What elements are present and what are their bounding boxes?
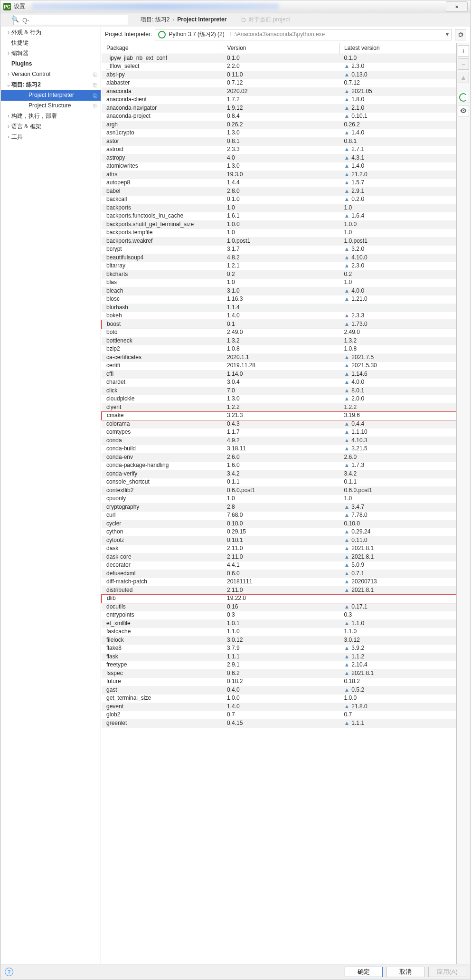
packages-table[interactable]: Package Version Latest version _ipyw_jla… bbox=[101, 43, 456, 728]
table-row[interactable]: gast0.4.0▲0.5.2 bbox=[102, 686, 456, 695]
remove-package-button[interactable]: − bbox=[458, 58, 469, 70]
table-row[interactable]: cryptography2.8▲3.4.7 bbox=[102, 503, 456, 512]
table-row[interactable]: et_xmlfile1.0.1▲1.1.0 bbox=[102, 619, 456, 628]
table-row[interactable]: conda-build3.18.11▲3.21.5 bbox=[102, 445, 456, 454]
table-row[interactable]: bottleneck1.3.21.3.2 bbox=[102, 337, 456, 345]
nav-item-version-control[interactable]: ›Version Control bbox=[1, 69, 101, 80]
settings-tree[interactable]: ›外观 & 行为快捷键›编辑器Plugins›Version Control⌄项… bbox=[1, 27, 101, 964]
interpreter-settings-gear[interactable] bbox=[455, 29, 466, 40]
table-row[interactable]: anaconda-navigator1.9.12▲2.1.0 bbox=[102, 104, 456, 113]
table-row[interactable]: bokeh1.4.0▲2.3.3 bbox=[102, 312, 456, 321]
nav-item--[interactable]: ›工具 bbox=[1, 132, 101, 143]
interpreter-select[interactable]: Python 3.7 (练习2) (2) F:\Anaconda3\anacon… bbox=[155, 29, 452, 40]
table-row[interactable]: anaconda-project0.8.4▲0.10.1 bbox=[102, 113, 456, 121]
table-row[interactable]: fastcache1.1.01.1.0 bbox=[102, 628, 456, 637]
table-row[interactable]: bleach3.1.0▲4.0.0 bbox=[102, 287, 456, 295]
table-row[interactable]: contextlib20.6.0.post10.6.0.post1 bbox=[102, 486, 456, 495]
table-row[interactable]: boto2.49.02.49.0 bbox=[102, 329, 456, 337]
table-row[interactable]: gevent1.4.0▲21.8.0 bbox=[102, 703, 456, 711]
table-row[interactable]: dlib19.22.0 bbox=[102, 595, 456, 603]
nav-item-project-interpreter[interactable]: Project Interpreter bbox=[1, 90, 101, 101]
table-row[interactable]: ca-certificates2020.1.1▲2021.7.5 bbox=[102, 353, 456, 362]
table-row[interactable]: _tflow_select2.2.0▲2.3.0 bbox=[102, 63, 456, 71]
table-row[interactable]: flask1.1.1▲1.1.2 bbox=[102, 653, 456, 661]
table-row[interactable]: comtypes1.1.7▲1.1.10 bbox=[102, 428, 456, 437]
table-row[interactable]: cython0.29.15▲0.29.24 bbox=[102, 528, 456, 537]
nav-item--[interactable]: ›外观 & 行为 bbox=[1, 28, 101, 38]
table-row[interactable]: cytoolz0.10.1▲0.11.0 bbox=[102, 536, 456, 545]
table-row[interactable]: cycler0.10.00.10.0 bbox=[102, 520, 456, 528]
upgrade-package-button[interactable]: ▲ bbox=[458, 72, 469, 83]
table-row[interactable]: click7.0▲8.0.1 bbox=[102, 387, 456, 395]
table-row[interactable]: distributed2.11.0▲2021.8.1 bbox=[102, 586, 456, 595]
column-package[interactable]: Package bbox=[102, 43, 222, 54]
table-row[interactable]: backports.tempfile1.01.0 bbox=[102, 229, 456, 238]
column-latest[interactable]: Latest version bbox=[339, 43, 456, 54]
table-row[interactable]: conda-verify3.4.23.4.2 bbox=[102, 470, 456, 478]
search-input[interactable] bbox=[13, 15, 128, 25]
table-row[interactable]: blas1.01.0 bbox=[102, 279, 456, 287]
table-row[interactable]: astroid2.3.3▲2.7.1 bbox=[102, 146, 456, 154]
table-row[interactable]: fsspec0.6.2▲2021.8.1 bbox=[102, 669, 456, 678]
table-row[interactable]: blosc1.16.3▲1.21.0 bbox=[102, 295, 456, 304]
table-row[interactable]: backports1.01.0 bbox=[102, 204, 456, 212]
table-row[interactable]: conda4.9.2▲4.10.3 bbox=[102, 437, 456, 445]
show-early-releases-button[interactable] bbox=[458, 105, 469, 116]
window-close-button[interactable]: ✕ bbox=[446, 1, 468, 12]
table-row[interactable]: filelock3.0.123.0.12 bbox=[102, 636, 456, 645]
table-row[interactable]: clyent1.2.21.2.2 bbox=[102, 403, 456, 412]
table-row[interactable]: cpuonly1.01.0 bbox=[102, 495, 456, 504]
table-row[interactable]: future0.18.20.18.2 bbox=[102, 678, 456, 686]
table-row[interactable]: bkcharts0.20.2 bbox=[102, 270, 456, 279]
table-row[interactable]: anaconda2020.02▲2021.05 bbox=[102, 87, 456, 96]
nav-item-plugins[interactable]: Plugins bbox=[1, 59, 101, 69]
help-button[interactable]: ? bbox=[5, 968, 13, 976]
table-row[interactable]: flake83.7.9▲3.9.2 bbox=[102, 645, 456, 653]
table-row[interactable]: bzip21.0.81.0.8 bbox=[102, 345, 456, 354]
nav-item-project-structure[interactable]: Project Structure bbox=[1, 101, 101, 111]
table-row[interactable]: bitarray1.2.1▲2.3.0 bbox=[102, 262, 456, 271]
table-row[interactable]: autopep81.4.4▲1.5.7 bbox=[102, 179, 456, 188]
table-row[interactable]: freetype2.9.1▲2.10.4 bbox=[102, 661, 456, 670]
scope-reset[interactable]: 对于当前 project bbox=[241, 16, 290, 24]
table-row[interactable]: backcall0.1.0▲0.2.0 bbox=[102, 196, 456, 204]
table-row[interactable]: boost0.1▲1.73.0 bbox=[102, 320, 456, 329]
table-row[interactable]: conda-env2.6.02.6.0 bbox=[102, 453, 456, 462]
table-row[interactable]: babel2.8.0▲2.9.1 bbox=[102, 187, 456, 196]
table-row[interactable]: cffi1.14.0▲1.14.6 bbox=[102, 370, 456, 379]
column-version[interactable]: Version bbox=[222, 43, 339, 54]
nav-item--2[interactable]: ⌄项目: 练习2 bbox=[1, 80, 101, 90]
table-row[interactable]: glob20.70.7 bbox=[102, 711, 456, 720]
table-row[interactable]: atomicwrites1.3.0▲1.4.0 bbox=[102, 162, 456, 171]
table-row[interactable]: cloudpickle1.3.0▲2.0.0 bbox=[102, 395, 456, 404]
table-row[interactable]: colorama0.4.3▲0.4.4 bbox=[102, 420, 456, 428]
table-row[interactable]: backports.weakref1.0.post11.0.post1 bbox=[102, 237, 456, 246]
table-row[interactable]: conda-package-handling1.6.0▲1.7.3 bbox=[102, 462, 456, 470]
table-row[interactable]: argh0.26.20.26.2 bbox=[102, 121, 456, 129]
table-row[interactable]: defusedxml0.6.0▲0.7.1 bbox=[102, 570, 456, 578]
nav-item--[interactable]: ›语言 & 框架 bbox=[1, 122, 101, 132]
table-row[interactable]: asn1crypto1.3.0▲1.4.0 bbox=[102, 129, 456, 138]
table-row[interactable]: docutils0.16▲0.17.1 bbox=[102, 603, 456, 611]
table-row[interactable]: anaconda-client1.7.2▲1.8.0 bbox=[102, 96, 456, 105]
table-row[interactable]: backports.shutil_get_terminal_size1.0.01… bbox=[102, 220, 456, 229]
nav-item--[interactable]: 快捷键 bbox=[1, 38, 101, 48]
ok-button[interactable]: 确定 bbox=[345, 967, 383, 977]
table-row[interactable]: diff-match-patch20181111▲20200713 bbox=[102, 578, 456, 587]
table-row[interactable]: decorator4.4.1▲5.0.9 bbox=[102, 561, 456, 570]
cancel-button[interactable]: 取消 bbox=[386, 967, 424, 977]
table-row[interactable]: alabaster0.7.120.7.12 bbox=[102, 79, 456, 88]
refresh-button[interactable] bbox=[458, 92, 469, 103]
table-row[interactable]: blurhash1.1.4 bbox=[102, 304, 456, 312]
nav-item--[interactable]: ›构建，执行，部署 bbox=[1, 111, 101, 122]
table-row[interactable]: entrypoints0.30.3 bbox=[102, 611, 456, 620]
table-row[interactable]: console_shortcut0.1.10.1.1 bbox=[102, 478, 456, 487]
table-row[interactable]: cmake3.21.33.19.6 bbox=[102, 412, 456, 420]
table-row[interactable]: chardet3.0.4▲4.0.0 bbox=[102, 379, 456, 387]
table-row[interactable]: astropy4.0▲4.3.1 bbox=[102, 154, 456, 162]
table-row[interactable]: dask2.11.0▲2021.8.1 bbox=[102, 545, 456, 553]
table-row[interactable]: backports.functools_lru_cache1.6.1▲1.6.4 bbox=[102, 212, 456, 221]
table-row[interactable]: astor0.8.10.8.1 bbox=[102, 137, 456, 146]
nav-item--[interactable]: ›编辑器 bbox=[1, 48, 101, 59]
table-row[interactable]: absl-py0.11.0▲0.13.0 bbox=[102, 71, 456, 79]
